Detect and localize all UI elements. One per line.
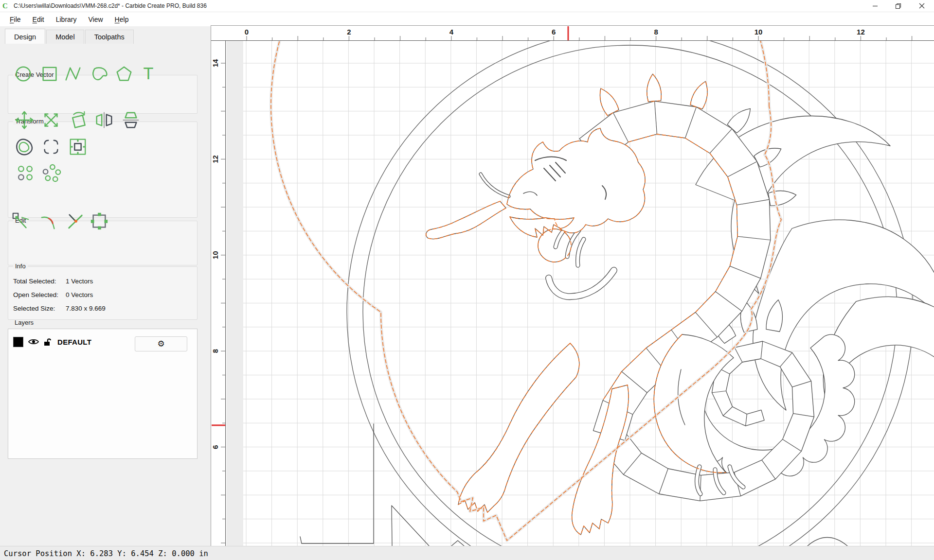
polygon-tool[interactable] <box>114 64 134 84</box>
ruler-left-label: 10 <box>211 251 219 259</box>
layer-name: DEFAULT <box>57 338 91 346</box>
panel-info: Info Total Selected:1 Vectors Open Selec… <box>8 266 198 320</box>
minimize-icon <box>872 3 878 9</box>
close-button[interactable] <box>911 0 933 12</box>
ruler-top-label: 8 <box>654 28 658 36</box>
nest-align-tool[interactable] <box>68 137 88 157</box>
panel-transform: Transform <box>8 122 198 218</box>
linear-array-tool[interactable] <box>15 163 36 183</box>
menu-bar: FileEditLibraryViewHelp <box>0 12 934 26</box>
svg-text:T: T <box>144 64 154 83</box>
menu-help[interactable]: Help <box>109 14 135 25</box>
boolean-tool[interactable] <box>89 211 109 231</box>
window-title: C:\Users\willa\Downloads\VMM-268.c2d* - … <box>14 2 207 9</box>
mirror-tool[interactable] <box>94 110 114 130</box>
info-open-selected: Open Selected:0 Vectors <box>13 291 58 298</box>
gear-icon: ⚙ <box>157 339 164 349</box>
ruler-left-label: 12 <box>211 155 219 163</box>
tab-model[interactable]: Model <box>46 30 84 44</box>
move-tool[interactable] <box>14 110 35 130</box>
fair-curve-tool[interactable] <box>38 211 59 231</box>
ruler-top: 024681012 <box>211 26 934 41</box>
ruler-top-label: 4 <box>449 28 454 36</box>
ruler-top-label: 0 <box>245 28 249 36</box>
text-tool[interactable]: T <box>138 64 159 84</box>
tab-bar: DesignModelToolpaths <box>5 28 135 44</box>
rotate-tool[interactable] <box>68 110 89 130</box>
menu-library[interactable]: Library <box>50 14 83 25</box>
canvas-drawing-area[interactable] <box>226 41 934 546</box>
menu-edit[interactable]: Edit <box>27 14 50 25</box>
tab-toolpaths[interactable]: Toolpaths <box>85 30 134 44</box>
layers-panel[interactable]: DEFAULT ⚙ <box>8 329 198 459</box>
ruler-top-label: 10 <box>754 28 763 36</box>
flip-tool[interactable] <box>121 110 141 130</box>
ruler-top-label: 6 <box>552 28 556 36</box>
circle-tool[interactable] <box>13 64 34 84</box>
app-logo-icon: C <box>2 2 10 10</box>
ruler-top-label: 12 <box>857 28 865 36</box>
ruler-left-label: 8 <box>211 349 219 353</box>
menu-file[interactable]: File <box>4 14 27 25</box>
info-selected-size: Selected Size:7.830 x 9.669 <box>13 305 55 312</box>
trim-vectors-tool[interactable] <box>65 211 86 231</box>
rectangle-tool[interactable] <box>39 64 60 84</box>
design-canvas[interactable]: 02468101214121086 <box>211 25 934 546</box>
ruler-top-label: 2 <box>347 28 351 36</box>
status-bar: Cursor Position X: 6.283 Y: 6.454 Z: 0.0… <box>0 546 934 560</box>
layer-visible-eye-icon[interactable] <box>28 338 39 346</box>
ruler-left: 14121086 <box>211 41 226 546</box>
polyline-tool[interactable] <box>63 64 83 84</box>
scale-tool[interactable] <box>41 110 61 130</box>
close-icon <box>919 3 925 9</box>
cursor-position-readout: Cursor Position X: 6.283 Y: 6.454 Z: 0.0… <box>4 549 208 558</box>
layer-unlocked-icon[interactable] <box>43 337 52 346</box>
ruler-left-label: 6 <box>211 445 219 449</box>
layers-title: Layers <box>15 319 34 326</box>
panel-title: Info <box>13 262 28 270</box>
restore-button[interactable] <box>887 0 909 12</box>
layer-color-swatch[interactable] <box>13 337 23 347</box>
minimize-button[interactable] <box>864 0 886 12</box>
ruler-left-label: 14 <box>211 59 219 67</box>
title-bar[interactable]: C C:\Users\willa\Downloads\VMM-268.c2d* … <box>0 0 934 12</box>
offset-tool[interactable] <box>14 137 35 157</box>
layer-settings-button[interactable]: ⚙ <box>135 336 187 351</box>
restore-icon <box>895 3 901 9</box>
sidebar: DesignModelToolpaths Create Vector Trans… <box>0 26 204 546</box>
fillet-tool[interactable] <box>41 137 61 157</box>
circular-array-tool[interactable] <box>41 163 62 183</box>
info-total-selected: Total Selected:1 Vectors <box>13 278 56 285</box>
curve-tool[interactable] <box>89 64 109 84</box>
layer-row[interactable]: DEFAULT ⚙ <box>12 334 193 350</box>
tab-design[interactable]: Design <box>5 29 45 44</box>
menu-view[interactable]: View <box>83 14 109 25</box>
node-edit-tool[interactable] <box>11 211 31 231</box>
